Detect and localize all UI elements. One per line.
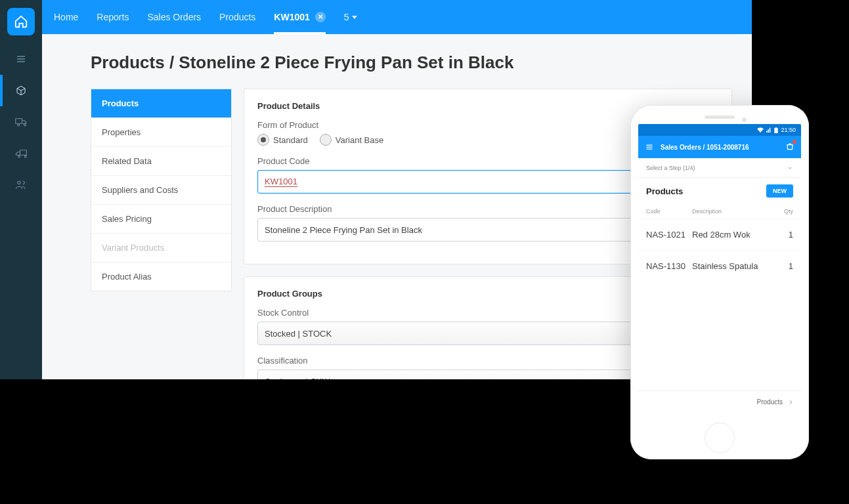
people-icon xyxy=(15,180,27,190)
hamburger-icon[interactable] xyxy=(645,143,654,151)
phone-camera xyxy=(742,117,747,122)
svg-rect-1 xyxy=(776,127,777,128)
wifi-icon xyxy=(757,127,764,133)
cube-icon xyxy=(16,85,26,96)
phone-mockup: 21:50 Sales Orders / 1051-2008716 Select… xyxy=(630,105,809,459)
battery-icon xyxy=(774,127,778,133)
mobile-table-row[interactable]: NAS-1130 Stainless Spatula 1 xyxy=(638,250,801,282)
mobile-time: 21:50 xyxy=(781,127,796,133)
phone-speaker xyxy=(705,116,735,119)
vtab-suppliers-costs[interactable]: Suppliers and Costs xyxy=(91,176,231,205)
vtab-sales-pricing[interactable]: Sales Pricing xyxy=(91,205,231,234)
truck-icon xyxy=(15,117,27,127)
rail-item-products[interactable] xyxy=(0,75,42,106)
product-code-value: KW1001 xyxy=(265,177,297,187)
mobile-table-head: Code Description Qty xyxy=(638,204,801,219)
vtab-product-alias[interactable]: Product Alias xyxy=(91,262,231,291)
mobile-breadcrumb: Sales Orders / 1051-2008716 xyxy=(661,144,749,151)
nav-reports[interactable]: Reports xyxy=(97,0,129,34)
radio-dot-icon xyxy=(257,134,269,146)
truck-in-icon xyxy=(15,149,27,158)
side-rail xyxy=(0,0,42,379)
nav-products[interactable]: Products xyxy=(219,0,255,34)
home-icon xyxy=(14,14,28,29)
mobile-step-selector[interactable]: Select a Step (1/4) xyxy=(638,158,801,178)
phone-home-button xyxy=(705,423,735,453)
nav-active-tab[interactable]: KW1001 ✕ xyxy=(274,0,325,34)
vtab-related-data[interactable]: Related Data xyxy=(91,147,231,176)
vtab-properties[interactable]: Properties xyxy=(91,118,231,147)
nav-overflow-count: 5 xyxy=(344,12,349,22)
radio-standard[interactable]: Standard xyxy=(257,134,308,146)
page-title: Products / Stoneline 2 Piece Frying Pan … xyxy=(91,52,732,73)
rail-item-customers[interactable] xyxy=(0,169,42,201)
mobile-new-button[interactable]: NEW xyxy=(766,184,793,198)
th-qty: Qty xyxy=(776,208,793,215)
close-tab-icon[interactable]: ✕ xyxy=(315,12,326,22)
radio-variant-base[interactable]: Variant Base xyxy=(320,134,383,146)
mobile-table-row[interactable]: NAS-1021 Red 28cm Wok 1 xyxy=(638,219,801,250)
chevron-down-icon xyxy=(787,165,793,171)
mobile-topbar: Sales Orders / 1051-2008716 xyxy=(638,136,801,158)
hamburger-icon xyxy=(16,54,26,64)
nav-active-tab-label: KW1001 xyxy=(274,12,309,22)
nav-sales-orders[interactable]: Sales Orders xyxy=(147,0,201,34)
top-nav: Home Reports Sales Orders Products KW100… xyxy=(42,0,752,34)
rail-item-shipping[interactable] xyxy=(0,106,42,138)
mobile-cart-button[interactable] xyxy=(785,142,795,152)
caret-down-icon xyxy=(352,16,357,19)
svg-rect-0 xyxy=(775,127,778,133)
th-desc: Description xyxy=(692,208,776,215)
signal-icon xyxy=(766,127,772,133)
nav-home[interactable]: Home xyxy=(54,0,78,34)
rail-item-receiving[interactable] xyxy=(0,138,42,169)
notification-dot xyxy=(793,140,796,144)
vertical-tabs: Products Properties Related Data Supplie… xyxy=(91,89,232,291)
nav-overflow[interactable]: 5 xyxy=(344,0,357,34)
mobile-footer[interactable]: Products xyxy=(638,390,801,413)
mobile-status-bar: 21:50 xyxy=(638,124,801,136)
vtab-variant-products: Variant Products xyxy=(91,234,231,262)
vtab-products[interactable]: Products xyxy=(91,89,231,118)
radio-dot-icon xyxy=(320,134,332,146)
mobile-section-header: Products NEW xyxy=(638,178,801,204)
phone-screen: 21:50 Sales Orders / 1051-2008716 Select… xyxy=(638,124,801,413)
brand-logo[interactable] xyxy=(7,8,35,35)
th-code: Code xyxy=(646,208,692,215)
mobile-section-title: Products xyxy=(646,186,683,196)
chevron-right-icon xyxy=(788,399,793,406)
rail-item-menu[interactable] xyxy=(0,43,42,75)
